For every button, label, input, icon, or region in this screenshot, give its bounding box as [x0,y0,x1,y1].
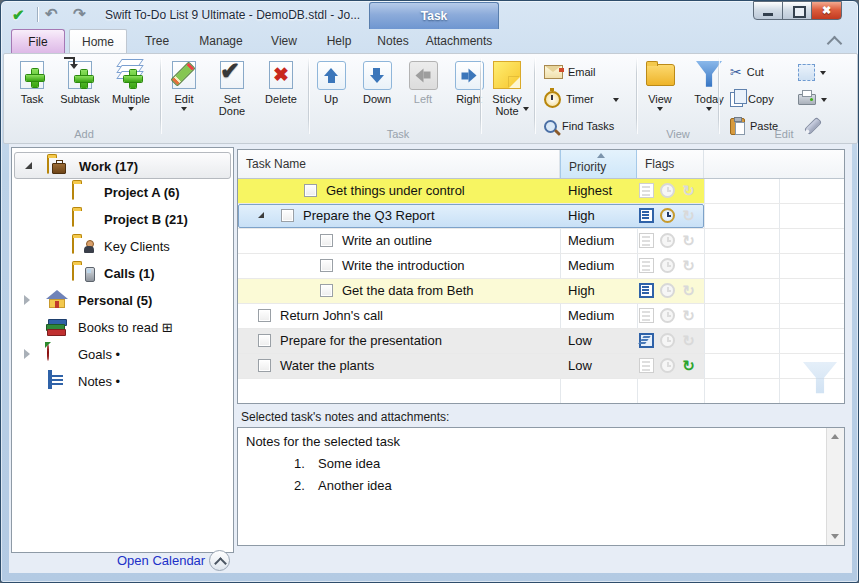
view-button[interactable]: View [638,57,682,129]
tab-home[interactable]: Home [69,29,127,53]
dropdown-icon [657,107,663,111]
dropdown-icon [523,107,529,111]
task-checkbox[interactable] [320,284,333,297]
set-done-button[interactable]: ✔ Set Done [208,57,256,129]
task-checkbox[interactable] [320,234,333,247]
today-filter-button[interactable]: Today [684,57,734,129]
task-checkbox[interactable] [258,309,271,322]
tab-attachments[interactable]: Attachments [421,30,497,53]
task-checkbox[interactable] [258,359,271,372]
folder-icon [72,183,74,200]
close-icon: ✖ [812,2,841,19]
timer-button[interactable]: Timer [544,86,619,112]
task-row[interactable]: Return John's call Medium ↻ [238,304,844,329]
attachment-flag-icon [639,333,654,348]
tree-item-project-a[interactable]: Project A (6) [14,179,231,206]
column-header-task-name[interactable]: Task Name [238,150,560,178]
print-button[interactable] [798,86,827,112]
minimize-button[interactable] [753,1,783,20]
dropdown-icon [128,107,134,111]
tree-item-notes[interactable]: Notes • [14,368,231,395]
column-header-flags[interactable]: Flags [637,150,704,178]
reminder-flag-icon [660,233,675,248]
recurrence-flag-icon: ↻ [681,183,696,198]
task-checkbox[interactable] [258,334,271,347]
scroll-down-icon[interactable] [831,534,839,539]
tab-tree[interactable]: Tree [131,30,183,53]
divider [480,58,481,134]
open-calendar-link[interactable]: Open Calendar [117,553,205,568]
note-title: Notes for the selected task [246,434,400,449]
add-multiple-button[interactable]: Multiple [106,57,156,129]
add-task-button[interactable]: Task [10,57,54,129]
task-row[interactable]: Water the plants Low ↻ [238,354,844,379]
note-list-item: Another idea [318,478,392,493]
select-tool-button[interactable] [798,59,826,85]
tree-item-project-b[interactable]: Project B (21) [14,206,231,233]
task-row-selected[interactable]: Prepare the Q3 Report High ↻ [238,204,844,229]
tab-view[interactable]: View [259,30,309,53]
copy-icon [730,92,743,107]
task-checkbox[interactable] [304,184,317,197]
file-menu-button[interactable]: File [11,29,65,53]
undo-icon[interactable]: ↶ [45,5,58,23]
dropdown-icon [181,107,187,111]
task-row[interactable]: Write an outline Medium ↻ [238,229,844,254]
task-row[interactable]: Get things under control Highest ↻ [238,179,844,204]
group-label-add: Add [10,128,158,140]
column-header-priority[interactable]: Priority [560,150,637,178]
reminder-flag-icon [660,283,675,298]
add-subtask-icon [60,57,100,93]
expander-open-icon[interactable] [25,162,32,169]
move-left-button[interactable]: Left [402,57,444,129]
folder-phone-icon [72,264,74,281]
notes-scrollbar[interactable] [826,428,844,545]
tab-help[interactable]: Help [315,30,363,53]
contextual-tab-group-task[interactable]: Task [369,2,499,29]
reminder-flag-icon [660,183,675,198]
target-icon [47,344,49,361]
tree-item-goals[interactable]: Goals • [14,341,231,368]
tree-item-work[interactable]: Work (17) [14,152,231,179]
task-row[interactable]: Get the data from Beth High ↻ [238,279,844,304]
tree-item-calls[interactable]: Calls (1) [14,260,231,287]
maximize-button[interactable] [782,1,812,20]
minimize-icon [763,13,773,16]
expander-open-icon[interactable] [258,212,264,218]
task-checkbox[interactable] [281,209,294,222]
expander-closed-icon[interactable] [24,349,30,359]
calendar-expand-button[interactable] [209,550,230,571]
sticky-note-button[interactable]: Sticky Note [482,57,532,129]
maximize-icon [793,6,806,18]
task-row[interactable]: Prepare for the presentation Low ↻ [238,329,844,354]
collapse-ribbon-icon[interactable] [827,36,843,52]
add-subtask-button[interactable]: Subtask [56,57,104,129]
tree-item-personal[interactable]: Personal (5) [14,287,231,314]
add-multiple-icon [111,57,151,93]
tab-notes[interactable]: Notes [367,30,419,53]
app-icon[interactable]: ✔ [12,6,25,24]
sort-ascending-icon [597,153,605,158]
task-row[interactable]: Write the introduction Medium ↻ [238,254,844,279]
delete-task-button[interactable]: ✖ Delete [258,57,304,129]
window-title: Swift To-Do List 9 Ultimate - DemoDB.std… [105,8,360,22]
edit-task-button[interactable]: Edit [162,57,206,129]
redo-icon[interactable]: ↷ [73,5,86,23]
notes-editor[interactable]: Notes for the selected task 1. Some idea… [237,427,845,546]
tree-item-books-to-read[interactable]: Books to read ⊞ [14,314,231,341]
cut-button[interactable]: ✂Cut [730,59,764,85]
divider [37,7,38,22]
copy-button[interactable]: Copy [730,86,774,112]
move-up-button[interactable]: Up [310,57,352,129]
expander-closed-icon[interactable] [24,295,30,305]
task-grid: Task Name Priority Flags Get things unde… [237,149,845,404]
close-button[interactable]: ✖ [811,1,842,20]
scroll-up-icon[interactable] [831,434,839,439]
email-button[interactable]: Email [544,59,596,85]
tree-item-key-clients[interactable]: Key Clients [14,233,231,260]
task-checkbox[interactable] [320,259,333,272]
tab-manage[interactable]: Manage [189,30,253,53]
ribbon: Task Subtask Multiple Edit ✔ Set Done ✖ … [3,53,858,144]
move-down-button[interactable]: Down [354,57,400,129]
add-task-icon [12,57,52,93]
